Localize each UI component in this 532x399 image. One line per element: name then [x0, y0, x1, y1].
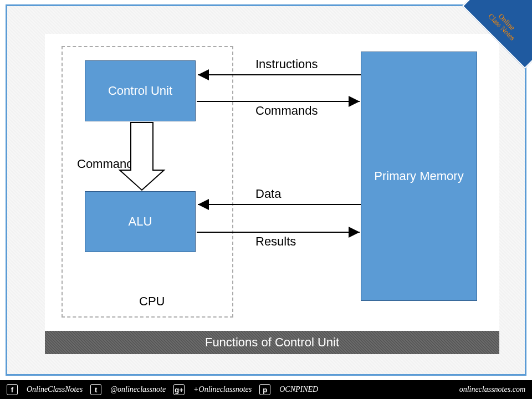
alu-block: ALU: [85, 191, 196, 252]
control-unit-block: Control Unit: [85, 60, 196, 121]
control-unit-label: Control Unit: [108, 84, 172, 98]
pinterest-icon: p: [259, 384, 270, 395]
facebook-icon: f: [7, 384, 18, 395]
caption-bar: Functions of Control Unit: [45, 331, 499, 354]
twitter-icon: t: [90, 384, 101, 395]
gplus-handle: +Onlineclassnotes: [193, 385, 252, 394]
cpu-label: CPU: [139, 294, 165, 309]
facebook-handle: OnlineClassNotes: [27, 385, 83, 394]
primary-memory-label: Primary Memory: [374, 169, 463, 183]
command-label: Command: [77, 157, 133, 171]
primary-memory-block: Primary Memory: [361, 52, 477, 301]
twitter-handle: @onlineclassnote: [110, 385, 166, 394]
data-label: Data: [255, 187, 281, 201]
page-frame: Control Unit ALU Primary Memory Instruct…: [6, 4, 526, 376]
caption-text: Functions of Control Unit: [205, 335, 339, 350]
instructions-label: Instructions: [255, 57, 318, 71]
results-label: Results: [255, 234, 296, 249]
site-url: onlineclassnotes.com: [459, 385, 525, 394]
gplus-icon: g+: [173, 384, 185, 395]
commands-label: Commands: [255, 104, 318, 118]
diagram-panel: Control Unit ALU Primary Memory Instruct…: [45, 34, 499, 354]
pinterest-handle: OCNPINED: [279, 385, 318, 394]
alu-label: ALU: [129, 214, 152, 229]
footer-bar: f OnlineClassNotes t @onlineclassnote g+…: [0, 380, 532, 399]
